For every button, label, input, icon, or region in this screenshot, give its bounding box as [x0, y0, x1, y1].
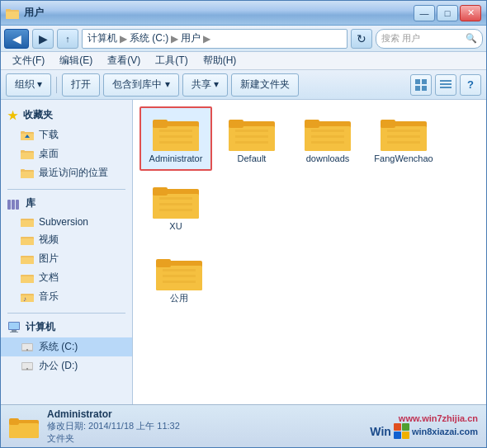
refresh-button[interactable]: ↻ — [351, 29, 372, 49]
fangwenchao-folder-icon — [381, 113, 427, 153]
subversion-icon — [21, 216, 34, 228]
breadcrumb-drive[interactable]: 系统 (C:) — [130, 31, 168, 45]
downloads-folder-icon — [305, 113, 351, 153]
main-content: ★ 收藏夹 下载 — [1, 100, 486, 404]
watermark-url-bottom: Win win8xiazai.com — [370, 423, 478, 439]
sidebar-item-downloads[interactable]: 下载 — [1, 125, 132, 144]
close-button[interactable]: ✕ — [460, 5, 481, 21]
svg-rect-2 — [6, 9, 11, 12]
search-placeholder: 搜索 用户 — [381, 32, 420, 45]
help-button[interactable]: ? — [460, 74, 481, 96]
svg-rect-81 — [9, 423, 39, 438]
administrator-folder-icon — [153, 113, 199, 153]
window-controls: — □ ✕ — [414, 5, 481, 21]
xu-folder-icon — [153, 181, 199, 220]
window-title: 用户 — [24, 6, 44, 20]
computer-label: 计算机 — [26, 320, 55, 334]
search-icon[interactable]: 🔍 — [466, 33, 477, 44]
explorer-window: 用户 — □ ✕ ◀ ▶ ↑ 计算机 ▶ 系统 (C:) ▶ 用户 ▶ ↻ 搜索… — [0, 0, 487, 448]
svg-rect-19 — [21, 169, 25, 172]
svg-rect-79 — [163, 281, 196, 283]
status-detail: 修改日期: 2014/11/18 上午 11:32 — [47, 420, 362, 432]
back-button[interactable]: ◀ — [4, 29, 29, 49]
details-view-button[interactable] — [435, 74, 456, 96]
open-button[interactable]: 打开 — [62, 73, 100, 97]
folder-public[interactable]: 公用 — [143, 246, 215, 310]
menu-help[interactable]: 帮助(H) — [196, 52, 244, 69]
menu-edit[interactable]: 编辑(E) — [53, 52, 99, 69]
recent-label: 最近访问的位置 — [39, 166, 108, 180]
star-icon: ★ — [7, 109, 18, 122]
win-logo — [394, 423, 409, 439]
svg-rect-46 — [153, 120, 168, 128]
breadcrumb[interactable]: 计算机 ▶ 系统 (C:) ▶ 用户 ▶ — [82, 29, 348, 49]
svg-rect-9 — [440, 87, 452, 88]
c-drive-label: 系统 (C:) — [39, 340, 78, 354]
search-bar[interactable]: 搜索 用户 🔍 — [376, 29, 483, 49]
svg-rect-6 — [422, 86, 427, 91]
sidebar-computer-header: 计算机 — [1, 317, 132, 337]
library-icon — [7, 198, 21, 210]
sidebar-item-pictures[interactable]: 图片 — [1, 249, 132, 268]
menu-view[interactable]: 查看(V) — [101, 52, 147, 69]
menu-tools[interactable]: 工具(T) — [149, 52, 194, 69]
svg-rect-1 — [6, 12, 19, 19]
svg-rect-71 — [159, 197, 192, 200]
downloads-label: 下载 — [39, 128, 59, 142]
sidebar-item-d-drive[interactable]: 办公 (D:) — [1, 356, 132, 375]
svg-rect-24 — [21, 220, 34, 227]
svg-rect-77 — [163, 269, 196, 271]
folder-administrator[interactable]: Administrator — [139, 106, 212, 171]
view-toggle-button[interactable] — [410, 74, 432, 96]
default-folder-icon — [229, 113, 275, 153]
sidebar-item-documents[interactable]: 文档 — [1, 268, 132, 287]
svg-rect-39 — [22, 344, 32, 350]
sidebar-item-video[interactable]: 视频 — [1, 230, 132, 249]
documents-icon — [21, 272, 34, 284]
desktop-label: 桌面 — [39, 147, 59, 161]
sidebar-divider-2 — [7, 313, 125, 314]
sidebar-item-subversion[interactable]: Subversion — [1, 214, 132, 230]
administrator-label: Administrator — [149, 153, 203, 164]
svg-rect-36 — [12, 330, 17, 332]
folder-fangwenchao[interactable]: FangWenchao — [367, 106, 440, 171]
minimize-button[interactable]: — — [414, 5, 435, 21]
sidebar-favorites: ★ 收藏夹 下载 — [1, 105, 132, 182]
up-button[interactable]: ↑ — [57, 29, 78, 49]
new-folder-button[interactable]: 新建文件夹 — [231, 73, 299, 97]
breadcrumb-computer[interactable]: 计算机 — [87, 31, 117, 45]
sidebar-item-desktop[interactable]: 桌面 — [1, 144, 132, 163]
public-folder-icon — [156, 252, 202, 292]
folder-default[interactable]: Default — [215, 106, 288, 171]
library-label: 库 — [26, 196, 35, 210]
status-type: 文件夹 — [47, 432, 362, 445]
desktop-folder-icon — [21, 149, 34, 160]
svg-rect-30 — [21, 276, 34, 283]
svg-rect-37 — [10, 332, 18, 332]
menu-bar: 文件(F) 编辑(E) 查看(V) 工具(T) 帮助(H) — [1, 52, 486, 70]
svg-rect-3 — [415, 79, 420, 84]
watermark: www.win7zhijia.cn Win win8xiazai.com — [370, 413, 478, 439]
svg-rect-47 — [159, 130, 192, 132]
maximize-button[interactable]: □ — [437, 5, 458, 21]
win-text: Win — [370, 425, 391, 438]
svg-rect-58 — [305, 120, 319, 128]
folder-downloads[interactable]: downloads — [291, 106, 364, 171]
default-label: Default — [238, 153, 267, 164]
sidebar-item-music[interactable]: ♪ 音乐 — [1, 287, 132, 306]
organize-button[interactable]: 组织 ▾ — [6, 73, 51, 97]
breadcrumb-current[interactable]: 用户 — [181, 31, 201, 45]
svg-rect-21 — [12, 200, 15, 210]
menu-file[interactable]: 文件(F) — [6, 52, 51, 69]
sidebar-item-c-drive[interactable]: 系统 (C:) — [1, 337, 132, 356]
sidebar-item-recent[interactable]: 最近访问的位置 — [1, 163, 132, 182]
share-button[interactable]: 共享 ▾ — [182, 73, 228, 97]
breadcrumb-sep-1: ▶ — [120, 33, 127, 45]
pictures-label: 图片 — [39, 252, 59, 266]
forward-button[interactable]: ▶ — [32, 29, 54, 49]
include-library-button[interactable]: 包含到库中 ▾ — [103, 73, 178, 97]
sidebar-favorites-header: ★ 收藏夹 — [1, 105, 132, 125]
folder-xu[interactable]: XU — [139, 174, 212, 238]
d-drive-label: 办公 (D:) — [39, 359, 78, 373]
svg-rect-67 — [387, 141, 420, 144]
